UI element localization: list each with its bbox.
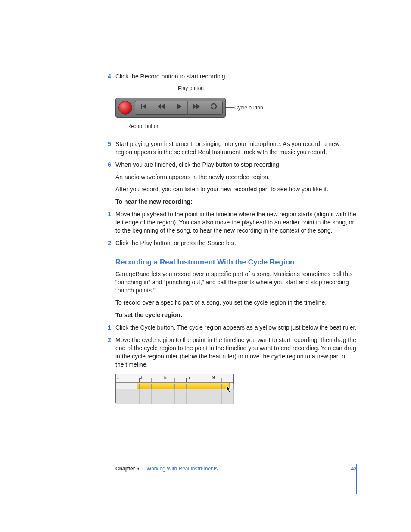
chapter-label: Chapter 6: [115, 466, 139, 472]
ruler-label: 3: [140, 375, 143, 381]
step-text: Move the cycle region to the point in th…: [115, 336, 356, 368]
hear-step-2: 2 Click the Play button, or press the Sp…: [115, 239, 357, 247]
step-text: Click the Record button to start recordi…: [115, 73, 227, 80]
cycle-heading: To set the cycle region:: [115, 311, 357, 319]
svg-marker-4: [177, 103, 182, 109]
cycle-button[interactable]: [205, 101, 222, 114]
fast-forward-button[interactable]: [188, 101, 206, 114]
fast-forward-icon: [192, 102, 201, 113]
ruler-label: 1: [117, 375, 119, 381]
page-footer: Chapter 6 Working With Real Instruments …: [115, 465, 357, 472]
footer-rule: [356, 464, 357, 494]
transport-figure: Play button: [115, 85, 357, 132]
beat-ruler: 1 3 5 7 9: [116, 374, 233, 383]
cycle-callout-line: [226, 107, 234, 108]
section-heading: Recording a Real Instrument With the Cyc…: [115, 258, 357, 268]
steps-list-1: 4 Click the Record button to start recor…: [115, 72, 357, 81]
rewind-button[interactable]: [153, 101, 171, 114]
ruler-label: 5: [164, 375, 167, 381]
paragraph: An audio waveform appears in the newly r…: [115, 173, 357, 181]
svg-marker-3: [161, 104, 165, 109]
svg-marker-6: [196, 104, 200, 109]
play-icon: [174, 102, 183, 113]
ruler-label: 9: [212, 375, 215, 381]
page: 4 Click the Record button to start recor…: [0, 0, 411, 532]
svg-marker-2: [158, 104, 161, 109]
step-text: Click the Cycle button. The cycle region…: [115, 324, 356, 331]
chapter-title: Working With Real Instruments: [146, 466, 218, 472]
cycle-region[interactable]: [137, 383, 230, 389]
step-text: Click the Play button, or press the Spac…: [115, 240, 236, 246]
step-text: Start playing your instrument, or singin…: [115, 140, 339, 156]
paragraph: To record over a specific part of a song…: [115, 299, 357, 307]
hear-heading: To hear the new recording:: [115, 198, 357, 206]
hear-steps: 1 Move the playhead to the point in the …: [115, 210, 357, 247]
svg-marker-5: [193, 104, 196, 109]
step-number: 2: [108, 336, 111, 344]
step-number: 1: [108, 324, 111, 332]
svg-marker-8: [227, 386, 231, 392]
go-to-start-button[interactable]: [135, 101, 153, 114]
cycle-steps: 1 Click the Cycle button. The cycle regi…: [115, 324, 357, 368]
transport-bar: [115, 98, 226, 118]
transport-button-bar: [135, 101, 223, 115]
step-6: 6 When you are finished, click the Play …: [115, 161, 357, 194]
step-number: 2: [108, 239, 111, 247]
paragraph: After you record, you can listen to your…: [115, 185, 357, 193]
step-number: 6: [108, 161, 111, 169]
hear-step-1: 1 Move the playhead to the point in the …: [115, 210, 357, 235]
step-text: Move the playhead to the point in the ti…: [115, 211, 356, 234]
cycle-icon: [209, 102, 218, 113]
ruler-label: 7: [188, 375, 191, 381]
play-button[interactable]: [170, 101, 188, 114]
step-text: When you are finished, click the Play bu…: [115, 161, 281, 168]
record-button[interactable]: [118, 101, 132, 115]
svg-marker-1: [142, 104, 146, 109]
play-callout-label: Play button: [178, 85, 204, 92]
cursor-icon: [226, 386, 233, 392]
cycle-step-2: 2 Move the cycle region to the point in …: [115, 336, 357, 369]
step-number: 1: [108, 210, 111, 218]
timeline-figure: 1 3 5 7 9: [115, 374, 234, 403]
svg-rect-0: [141, 104, 142, 109]
skip-back-icon: [140, 102, 148, 113]
cycle-step-1: 1 Click the Cycle button. The cycle regi…: [115, 324, 357, 332]
step-number: 4: [108, 72, 111, 81]
content-column: 4 Click the Record button to start recor…: [115, 72, 357, 403]
step-4: 4 Click the Record button to start recor…: [115, 72, 357, 81]
paragraph: GarageBand lets you record over a specif…: [115, 270, 357, 295]
steps-list-2: 5 Start playing your instrument, or sing…: [115, 140, 357, 193]
cycle-ruler[interactable]: [116, 383, 233, 389]
step-number: 5: [108, 140, 111, 148]
record-callout-label: Record button: [127, 123, 159, 130]
track-area: [116, 389, 233, 404]
cycle-callout-label: Cycle button: [234, 104, 263, 111]
rewind-icon: [157, 102, 165, 113]
step-5: 5 Start playing your instrument, or sing…: [115, 140, 357, 156]
record-callout-line: [125, 118, 125, 124]
